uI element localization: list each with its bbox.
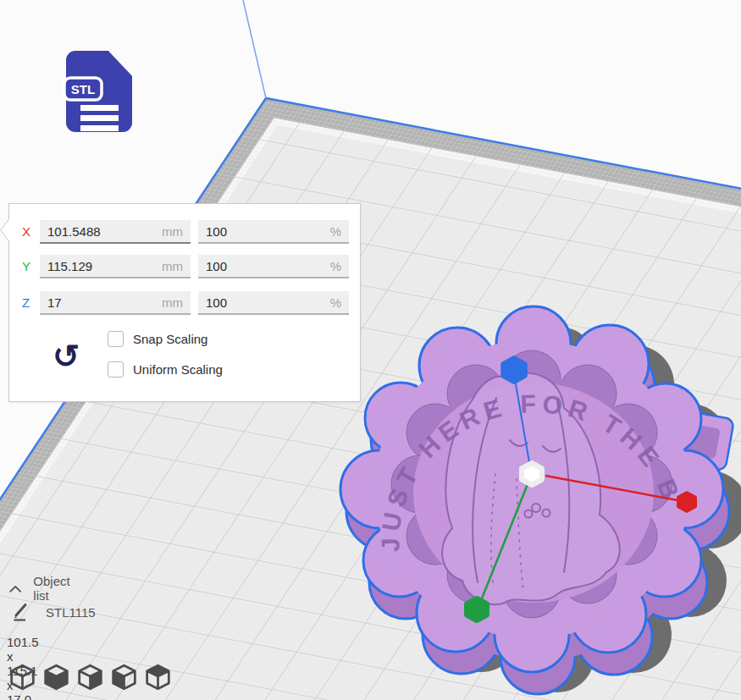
scale-row-x: X mm % xyxy=(9,220,357,244)
view-front-button[interactable] xyxy=(41,661,70,695)
scale-tool-panel: X mm % Y mm % Z mm % ↺ xyxy=(8,203,361,402)
z-axis-label: Z xyxy=(22,291,40,310)
stl-file-icon: STL xyxy=(63,49,134,134)
pencil-icon xyxy=(12,603,30,621)
y-percent-field[interactable]: % xyxy=(198,255,349,278)
camera-view-toolbar xyxy=(8,661,172,695)
view-left-button[interactable] xyxy=(109,661,138,695)
cube-right-icon xyxy=(144,662,172,692)
x-percent-input[interactable] xyxy=(206,224,327,239)
x-mm-field[interactable]: mm xyxy=(40,220,191,244)
object-list-header[interactable]: Object list xyxy=(8,574,75,603)
snap-scaling-option: Snap Scaling xyxy=(108,331,207,347)
z-mm-unit: mm xyxy=(162,295,183,310)
cube-3d-icon xyxy=(8,662,36,692)
stl-badge-label: STL xyxy=(71,82,95,96)
z-percent-input[interactable] xyxy=(206,295,327,310)
scale-row-y: Y mm % xyxy=(9,255,357,278)
y-percent-unit: % xyxy=(330,259,341,273)
center-scale-handle[interactable] xyxy=(522,463,542,485)
y-scale-handle[interactable] xyxy=(467,598,487,620)
cube-front-icon xyxy=(42,662,70,692)
snap-scaling-checkbox[interactable] xyxy=(108,331,124,347)
chevron-up-icon xyxy=(8,583,22,594)
cube-left-icon xyxy=(110,662,138,692)
x-mm-unit: mm xyxy=(162,224,183,239)
view-3d-button[interactable] xyxy=(8,661,36,695)
object-list-title: Object list xyxy=(33,574,75,603)
y-axis-label: Y xyxy=(22,255,40,273)
snap-scaling-label: Snap Scaling xyxy=(133,332,207,346)
view-top-button[interactable] xyxy=(75,661,104,695)
y-mm-input[interactable] xyxy=(47,259,158,273)
x-percent-field[interactable]: % xyxy=(198,220,349,244)
scale-row-z: Z mm % xyxy=(9,291,357,315)
z-scale-handle[interactable] xyxy=(503,358,524,381)
y-mm-unit: mm xyxy=(162,259,183,273)
z-mm-field[interactable]: mm xyxy=(40,291,191,315)
uniform-scaling-option: Uniform Scaling xyxy=(108,361,223,378)
uniform-scaling-label: Uniform Scaling xyxy=(133,362,223,377)
x-scale-handle[interactable] xyxy=(678,493,694,511)
object-list-item-name: STL1115 xyxy=(46,605,96,620)
uniform-scaling-checkbox[interactable] xyxy=(108,361,124,378)
cube-top-icon xyxy=(76,662,104,692)
z-percent-unit: % xyxy=(330,295,341,310)
y-percent-input[interactable] xyxy=(206,259,327,273)
object-list-item[interactable]: STL1115 xyxy=(12,603,96,621)
reset-scale-button[interactable]: ↺ xyxy=(47,336,86,377)
y-mm-field[interactable]: mm xyxy=(40,255,191,278)
z-percent-field[interactable]: % xyxy=(198,291,349,315)
panel-pointer-arrow xyxy=(0,218,9,242)
x-percent-unit: % xyxy=(330,224,341,239)
view-right-button[interactable] xyxy=(143,661,172,695)
cura-viewport-screen: { "stl_badge": { "label": "STL", "color"… xyxy=(0,0,741,700)
x-axis-label: X xyxy=(22,220,40,239)
z-mm-input[interactable] xyxy=(47,295,158,310)
x-mm-input[interactable] xyxy=(47,224,158,239)
